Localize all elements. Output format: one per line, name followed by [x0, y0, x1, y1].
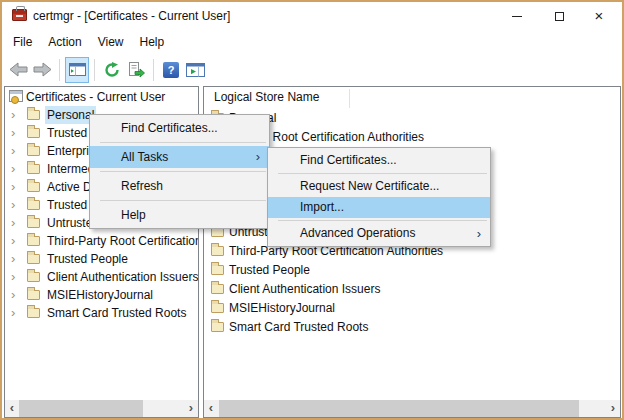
expander-icon[interactable]: ›	[11, 178, 15, 195]
menu-help[interactable]: Help	[132, 30, 173, 54]
menu-separator	[100, 200, 266, 201]
scroll-left-icon[interactable]: ‹	[204, 400, 218, 417]
expander-icon[interactable]: ›	[11, 214, 15, 231]
help-icon: ?	[163, 62, 179, 78]
console-tree-icon	[69, 63, 86, 76]
expander-icon[interactable]: ›	[11, 250, 15, 267]
menu-file[interactable]: File	[5, 30, 40, 54]
help-button[interactable]: ?	[159, 57, 183, 83]
expander-icon[interactable]: ›	[11, 268, 15, 285]
certmgr-window: certmgr - [Certificates - Current User] …	[0, 0, 624, 420]
back-arrow-icon	[9, 62, 28, 77]
folder-icon	[211, 284, 224, 294]
folder-icon	[27, 128, 40, 138]
certmgr-toolbox-icon	[12, 9, 27, 21]
horizontal-scrollbar[interactable]: ‹ ›	[5, 400, 198, 417]
tree-item[interactable]: › Client Authentication Issuers	[5, 268, 198, 286]
folder-icon	[211, 303, 224, 313]
context-menu-item-help[interactable]: Help	[90, 204, 269, 226]
folder-icon	[27, 290, 40, 300]
list-item[interactable]: Trusted People	[204, 261, 620, 280]
column-divider[interactable]	[349, 89, 350, 108]
submenu-item-import[interactable]: Import...	[268, 197, 490, 218]
menu-view[interactable]: View	[90, 30, 132, 54]
forward-arrow-icon	[33, 62, 52, 77]
back-button[interactable]	[6, 57, 30, 83]
menu-separator	[278, 220, 487, 221]
export-list-icon	[128, 62, 145, 78]
context-menu-item-refresh[interactable]: Refresh	[90, 175, 269, 197]
folder-icon	[27, 308, 40, 318]
minimize-button[interactable]	[500, 2, 534, 30]
folder-icon	[27, 146, 40, 156]
certificates-store-icon	[9, 90, 23, 102]
expander-icon[interactable]: ›	[11, 124, 15, 141]
scrollbar-thumb[interactable]	[19, 400, 143, 417]
folder-icon	[211, 265, 224, 275]
expander-icon[interactable]: ›	[11, 304, 15, 321]
folder-icon	[27, 182, 40, 192]
menu-separator	[100, 171, 266, 172]
expander-icon[interactable]: ›	[11, 286, 15, 303]
folder-icon	[27, 218, 40, 228]
tree-item[interactable]: › Smart Card Trusted Roots	[5, 304, 198, 322]
expander-icon[interactable]: ›	[11, 160, 15, 177]
export-list-button[interactable]	[124, 57, 148, 83]
scroll-left-icon[interactable]: ‹	[5, 400, 19, 417]
title-bar: certmgr - [Certificates - Current User] …	[2, 2, 622, 30]
forward-button[interactable]	[30, 57, 54, 83]
action-pane-icon	[186, 63, 205, 77]
menu-bar: File Action View Help	[2, 30, 622, 54]
toolbar-separator	[94, 59, 95, 81]
folder-icon	[27, 254, 40, 264]
submenu-item-find-certificates[interactable]: Find Certificates...	[268, 150, 490, 171]
submenu-arrow-icon: ›	[256, 146, 260, 168]
minimize-icon	[512, 16, 522, 17]
toolbar: ?	[2, 54, 622, 85]
context-menu-item-find-certificates[interactable]: Find Certificates...	[90, 117, 269, 139]
context-menu-item-all-tasks[interactable]: All Tasks ›	[90, 146, 269, 168]
window-title: certmgr - [Certificates - Current User]	[33, 2, 230, 30]
menu-separator	[278, 173, 487, 174]
tree-item[interactable]: › MSIEHistoryJournal	[5, 286, 198, 304]
submenu-item-advanced-operations[interactable]: Advanced Operations ›	[268, 223, 490, 244]
list-item[interactable]: Client Authentication Issuers	[204, 280, 620, 299]
toolbar-separator	[153, 59, 154, 81]
list-item[interactable]: MSIEHistoryJournal	[204, 299, 620, 318]
toolbar-separator	[59, 59, 60, 81]
folder-icon	[27, 110, 40, 120]
column-header-label: Logical Store Name	[214, 89, 319, 106]
scroll-right-icon[interactable]: ›	[184, 400, 198, 417]
context-menu: Find Certificates... All Tasks › Refresh…	[89, 114, 270, 229]
folder-icon	[211, 246, 224, 256]
folder-icon	[27, 272, 40, 282]
expander-icon[interactable]: ›	[11, 106, 15, 123]
tree-root[interactable]: Certificates - Current User	[5, 88, 198, 106]
all-tasks-submenu: Find Certificates... Request New Certifi…	[267, 147, 491, 247]
tree-item[interactable]: › Trusted People	[5, 250, 198, 268]
folder-icon	[211, 322, 224, 332]
scroll-right-icon[interactable]: ›	[606, 400, 620, 417]
menu-separator	[100, 142, 266, 143]
scrollbar-thumb[interactable]	[219, 400, 579, 417]
expander-icon[interactable]: ›	[11, 196, 15, 213]
folder-icon	[27, 236, 40, 246]
show-action-pane-button[interactable]	[183, 57, 207, 83]
expander-icon[interactable]: ›	[11, 142, 15, 159]
refresh-icon	[104, 62, 120, 78]
refresh-button[interactable]	[100, 57, 124, 83]
submenu-item-request-new-certificate[interactable]: Request New Certificate...	[268, 176, 490, 197]
menu-action[interactable]: Action	[40, 30, 89, 54]
folder-icon	[27, 164, 40, 174]
submenu-arrow-icon: ›	[477, 223, 481, 244]
tree-item[interactable]: › Third-Party Root Certification Authori…	[5, 232, 198, 250]
close-button[interactable]: ×	[582, 2, 616, 30]
column-header[interactable]: Logical Store Name	[204, 89, 620, 109]
maximize-icon	[555, 12, 564, 21]
show-console-tree-button[interactable]	[65, 57, 89, 83]
horizontal-scrollbar[interactable]: ‹ ›	[204, 400, 620, 417]
maximize-button[interactable]	[542, 2, 576, 30]
expander-icon[interactable]: ›	[11, 232, 15, 249]
folder-icon	[27, 200, 40, 210]
list-item[interactable]: Smart Card Trusted Roots	[204, 318, 620, 337]
